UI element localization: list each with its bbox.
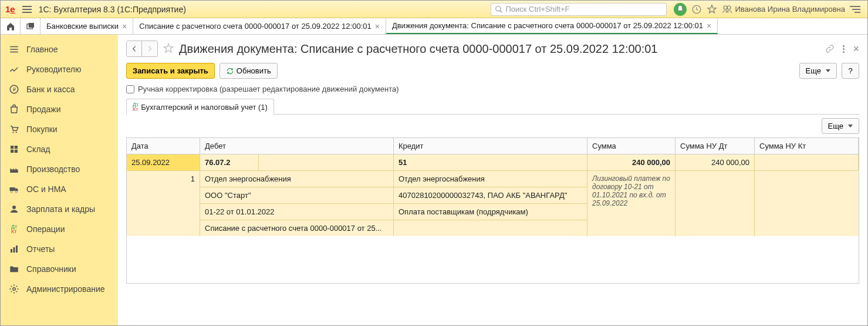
- content-area: Движения документа: Списание с расчетног…: [118, 35, 867, 326]
- credit-subconto: Оплата поставщикам (подрядчикам): [394, 204, 587, 220]
- global-search-input[interactable]: Поиск Ctrl+Shift+F: [491, 3, 667, 16]
- document-tabs: Банковские выписки × Списание с расчетно…: [1, 18, 867, 35]
- tab-document[interactable]: Списание с расчетного счета 0000-000017 …: [133, 18, 386, 34]
- sidebar-label: Производство: [26, 164, 80, 174]
- link-icon[interactable]: [825, 44, 835, 53]
- svg-text:₽: ₽: [13, 87, 16, 92]
- sidebar-label: Справочники: [26, 264, 76, 274]
- col-credit[interactable]: Кредит: [394, 138, 587, 154]
- svg-rect-15: [10, 187, 15, 191]
- sidebar-item-reports[interactable]: Отчеты: [1, 239, 118, 259]
- col-sumdt[interactable]: Сумма НУ Дт: [676, 138, 755, 154]
- person-icon: [9, 204, 19, 214]
- panel-settings-button[interactable]: [850, 6, 860, 13]
- sidebar-item-purchases[interactable]: Покупки: [1, 119, 118, 139]
- bar-chart-icon: [9, 244, 19, 254]
- manual-edit-label: Ручная корректировка (разрешает редактир…: [138, 85, 399, 93]
- sidebar-label: Склад: [26, 144, 50, 154]
- cell-sum: 240 000,00: [587, 154, 676, 170]
- credit-details: Отдел энергоснабжения 407028102000000327…: [394, 171, 587, 236]
- debit-subconto: Списание с расчетного счета 0000-000017 …: [200, 220, 393, 236]
- sidebar-item-production[interactable]: Производство: [1, 159, 118, 179]
- col-sumkt[interactable]: Сумма НУ Кт: [755, 138, 859, 154]
- debit-subconto: ООО "Старт": [200, 187, 393, 204]
- manual-edit-checkbox[interactable]: [126, 85, 134, 93]
- sidebar-item-bank[interactable]: ₽Банк и касса: [1, 79, 118, 99]
- factory-icon: [9, 164, 19, 174]
- grid-empty-area: [127, 236, 859, 283]
- ruble-icon: ₽: [9, 84, 19, 95]
- sidebar-item-manager[interactable]: Руководителю: [1, 59, 118, 79]
- sidebar-label: Отчеты: [26, 244, 55, 254]
- sidebar-item-main[interactable]: Главное: [1, 39, 118, 59]
- close-button[interactable]: ×: [853, 43, 859, 55]
- bell-icon: [675, 4, 685, 15]
- save-close-button[interactable]: Записать и закрыть: [126, 63, 215, 79]
- sidebar-item-hr[interactable]: Зарплата и кадры: [1, 199, 118, 219]
- tab-accounting[interactable]: ДтКт Бухгалтерский и налоговый учет (1): [126, 99, 274, 115]
- sidebar-label: Главное: [26, 45, 58, 54]
- sidebar-label: Руководителю: [26, 65, 81, 74]
- col-debit[interactable]: Дебет: [200, 138, 394, 154]
- user-name-label: Иванова Ирина Владимировна: [735, 5, 845, 14]
- notifications-button[interactable]: [674, 3, 687, 16]
- menu-icon: [9, 44, 19, 55]
- search-icon: [495, 5, 503, 14]
- sidebar-label: Операции: [26, 224, 65, 234]
- help-button[interactable]: ?: [842, 63, 859, 79]
- sidebar-label: Зарплата и кадры: [26, 204, 95, 214]
- grid-header: Дата Дебет Кредит Сумма Сумма НУ Дт Сумм…: [127, 138, 859, 154]
- sidebar-item-warehouse[interactable]: Склад: [1, 139, 118, 159]
- svg-point-18: [12, 206, 16, 209]
- svg-point-22: [13, 288, 16, 291]
- cell-date: 25.09.2022: [127, 154, 200, 170]
- sidebar-item-admin[interactable]: Администрирование: [1, 279, 118, 299]
- credit-subconto: 40702810200000032743, ПАО АКБ "АВАНГАРД": [394, 187, 587, 204]
- gear-icon: [9, 284, 19, 294]
- main-menu-button[interactable]: [20, 2, 34, 16]
- debit-subconto: Отдел энергоснабжения: [200, 171, 393, 187]
- manual-edit-row: Ручная корректировка (разрешает редактир…: [126, 85, 859, 93]
- col-sum[interactable]: Сумма: [587, 138, 676, 154]
- favorite-button[interactable]: [163, 42, 174, 56]
- logo-1c: 1e: [3, 4, 18, 14]
- sidebar-item-operations[interactable]: ДтКтОперации: [1, 219, 118, 239]
- sidebar-item-assets[interactable]: ОС и НМА: [1, 179, 118, 199]
- refresh-button[interactable]: Обновить: [219, 63, 278, 79]
- star-icon[interactable]: [707, 4, 717, 15]
- user-menu[interactable]: Иванова Ирина Владимировна: [722, 4, 845, 15]
- more-button[interactable]: Еще: [799, 63, 837, 79]
- posting-details: 1 Отдел энергоснабжения ООО "Старт" 01-2…: [127, 171, 859, 236]
- top-bar: 1e 1С: Бухгалтерия 8.3 (1С:Предприятие) …: [1, 1, 867, 18]
- svg-rect-20: [13, 247, 15, 253]
- sidebar-label: Продажи: [26, 105, 60, 114]
- sidebar-label: Администрирование: [26, 284, 105, 294]
- back-button[interactable]: [127, 41, 142, 56]
- svg-rect-6: [28, 23, 33, 28]
- tab-movements[interactable]: Движения документа: Списание с расчетног…: [386, 18, 718, 34]
- posting-row-header[interactable]: 25.09.2022 76.07.2 51 240 000,00 240 000…: [127, 154, 859, 171]
- grid-more-button[interactable]: Еще: [822, 118, 859, 134]
- sidebar-item-sales[interactable]: Продажи: [1, 99, 118, 119]
- close-icon[interactable]: ×: [122, 22, 127, 31]
- tab-bank-statements[interactable]: Банковские выписки ×: [40, 18, 133, 34]
- svg-rect-21: [16, 246, 18, 253]
- forward-button[interactable]: [142, 41, 157, 56]
- windows-tab[interactable]: [21, 18, 40, 34]
- sidebar-item-catalogs[interactable]: Справочники: [1, 259, 118, 279]
- cell-sum-kt: [755, 154, 859, 170]
- home-tab[interactable]: [1, 18, 21, 34]
- history-icon[interactable]: [691, 4, 702, 15]
- close-icon[interactable]: ×: [707, 21, 711, 31]
- posting-number: 1: [127, 171, 200, 236]
- tab-label: Банковские выписки: [46, 22, 119, 31]
- page-title: Движения документа: Списание с расчетног…: [179, 42, 820, 56]
- boxes-icon: [9, 144, 19, 154]
- svg-rect-19: [11, 249, 12, 253]
- posting-description: Лизинговый платеж по договору 10-21 от 0…: [587, 171, 676, 236]
- col-date[interactable]: Дата: [127, 138, 200, 154]
- svg-point-9: [12, 132, 13, 133]
- more-menu-button[interactable]: [843, 45, 845, 53]
- dtkt-icon: ДтКт: [9, 224, 19, 234]
- close-icon[interactable]: ×: [375, 22, 380, 31]
